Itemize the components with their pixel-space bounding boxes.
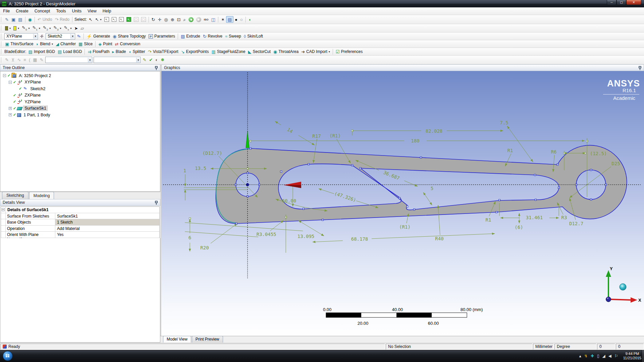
menu-item-tools[interactable]: Tools (53, 8, 69, 14)
expand-icon[interactable]: + (9, 113, 12, 116)
pencil-3-button[interactable]: ✎3▾ (52, 25, 62, 32)
skin-loft-button[interactable]: ◊Skin/Loft (243, 33, 264, 40)
dimension-label[interactable]: 13.5 (195, 166, 206, 171)
vertex-handle[interactable] (285, 217, 287, 218)
stage-fluid-zone-button[interactable]: ▥StageFluidZone (210, 48, 247, 55)
new-plane-button[interactable]: ✛̇ (39, 33, 45, 40)
dimension-label[interactable]: (D12.7) (202, 150, 222, 156)
pencil-0-button[interactable]: ✎0▾ (20, 25, 31, 32)
vertex-handle[interactable] (414, 209, 415, 210)
vertex-handle[interactable] (557, 164, 558, 166)
thin-surface-button[interactable]: ▣Thin/Surface (4, 41, 35, 47)
snap-pin-button[interactable]: ➤ (73, 25, 79, 32)
rotation-ball[interactable] (620, 284, 626, 290)
vista-tf-export-button[interactable]: ↷VistaTFExport (147, 48, 180, 55)
dimension-label[interactable]: 82.028 (426, 128, 443, 134)
vertex-handle[interactable] (352, 165, 353, 166)
display-edges-button[interactable]: ○ (239, 16, 244, 23)
sketch-select[interactable]: Sketch2▾ (46, 33, 75, 40)
rotate-button[interactable]: ↻ (150, 16, 157, 23)
vertex-handle[interactable] (586, 140, 588, 142)
dimension-label[interactable]: R17 (312, 133, 321, 139)
annotate-pen-button[interactable]: ✔ (148, 57, 154, 63)
tree-item-1-part-1-body[interactable]: +✓1 Part, 1 Body (0, 112, 160, 118)
tree-item-xyplane[interactable]: −✓XYPlane (0, 79, 160, 86)
select-mode-button[interactable]: ↖▾ (94, 16, 103, 23)
display-points-button[interactable]: ● (233, 16, 239, 23)
preferences-button[interactable]: ☑Preferences (334, 48, 364, 55)
start-button[interactable] (3, 351, 13, 361)
display-model-button[interactable]: ▧ (226, 16, 233, 23)
vertex-handle[interactable] (352, 130, 353, 132)
vertex-handle[interactable] (360, 168, 362, 169)
collapse-icon[interactable]: − (2, 208, 5, 211)
zoom-button[interactable]: ◎ (163, 16, 169, 23)
pan-button[interactable]: ✛ (156, 16, 163, 23)
filter-face-button[interactable]: ↖ (118, 16, 125, 23)
vertex-handle[interactable] (420, 157, 422, 159)
dimension-label[interactable]: 6 (189, 235, 191, 240)
show-hidden-icons-icon[interactable]: ▴ (579, 354, 581, 358)
filter-body-button[interactable]: ↖ (125, 16, 132, 23)
dimension-label[interactable]: (R1) (399, 224, 411, 230)
dimension-label[interactable]: D25 (611, 161, 620, 166)
blade-button[interactable]: ▸Blade (111, 48, 127, 55)
plane-select[interactable]: XYPlane▾ (4, 33, 38, 40)
export-points-button[interactable]: ↘ExportPoints (179, 48, 210, 55)
annotate-check-button[interactable]: ❅ (159, 57, 166, 63)
tree-item-a-3250-project-2[interactable]: −✓A: 3250 Project 2 (0, 72, 160, 79)
generate-button[interactable]: ⚡Generate (85, 33, 111, 40)
sketch-detail-select[interactable]: ▾ (94, 57, 141, 63)
display-plane-button[interactable]: ✶ (220, 16, 226, 23)
network-icon[interactable]: ◢ (602, 354, 605, 358)
slice-button[interactable]: ▦Slice (77, 41, 94, 47)
dimension-label[interactable]: 14 (286, 127, 294, 134)
clock[interactable]: 9:44 PM11/21/2015 (621, 352, 641, 360)
vertex-handle[interactable] (280, 171, 282, 173)
box-zoom-button[interactable]: ⊡ (176, 16, 182, 23)
vertex-handle[interactable] (303, 208, 305, 210)
flowpath-button[interactable]: ⇉FlowPath (86, 48, 111, 55)
action-center-icon[interactable]: ⚐ (614, 354, 618, 358)
show-desktop-button[interactable] (642, 350, 644, 362)
minimize-button[interactable]: ─ (607, 0, 616, 5)
annotate-dark-button[interactable]: ◐ (154, 57, 159, 63)
tree-item-yzplane[interactable]: ✓YZPlane (0, 99, 160, 105)
details-value[interactable]: Yes (55, 232, 159, 238)
sync-status-icon[interactable]: ✚ (591, 354, 594, 358)
menu-item-file[interactable]: File (0, 8, 13, 14)
pin-icon[interactable] (155, 201, 158, 203)
extrude-button[interactable]: ▨Extrude (179, 33, 202, 40)
vertex-handle[interactable] (259, 184, 260, 186)
tab-print-preview[interactable]: Print Preview (192, 336, 223, 343)
new-sketch-button[interactable]: ✎ (76, 33, 82, 40)
face-color-swatch-button[interactable]: ▾ (12, 25, 20, 32)
pin-icon[interactable] (155, 66, 158, 68)
magnifier-button[interactable]: ⌕ (182, 16, 187, 23)
menu-item-units[interactable]: Units (69, 8, 84, 14)
vertex-handle[interactable] (399, 197, 400, 199)
viewport-style-button[interactable]: ◖ (247, 16, 253, 23)
details-value[interactable]: 1 Sketch (55, 219, 159, 225)
expand-icon[interactable]: + (9, 107, 12, 110)
cad-import-button[interactable]: ➔CAD Import▾ (300, 48, 331, 55)
tab-sketching[interactable]: Sketching (2, 192, 29, 199)
dimension-label[interactable]: (47.326) (334, 191, 357, 203)
vertex-handle[interactable] (250, 148, 252, 149)
dimension-label[interactable]: R3.0455 (256, 232, 276, 237)
vertex-handle[interactable] (235, 184, 237, 186)
sketch-filter-select[interactable]: ▾ (45, 57, 92, 63)
menu-item-view[interactable]: View (85, 8, 100, 14)
details-value[interactable]: SurfaceSk1 (55, 213, 159, 219)
pin-icon[interactable] (639, 66, 641, 68)
import-bgd-button[interactable]: ▨Import BGD (27, 48, 56, 55)
edge-color-swatch-button[interactable]: ▾ (4, 25, 12, 32)
parameters-button[interactable]: PParameters (147, 33, 176, 40)
dimension-label[interactable]: R1 (507, 148, 513, 153)
point-button[interactable]: ◈Point (97, 41, 113, 47)
image-capture-button[interactable]: ◉ (27, 16, 33, 23)
vertex-handle[interactable] (558, 187, 560, 189)
filter-edge-button[interactable]: ↖ (110, 16, 118, 23)
battery-icon[interactable]: ▯ (597, 354, 599, 358)
tab-modeling[interactable]: Modeling (29, 192, 54, 199)
